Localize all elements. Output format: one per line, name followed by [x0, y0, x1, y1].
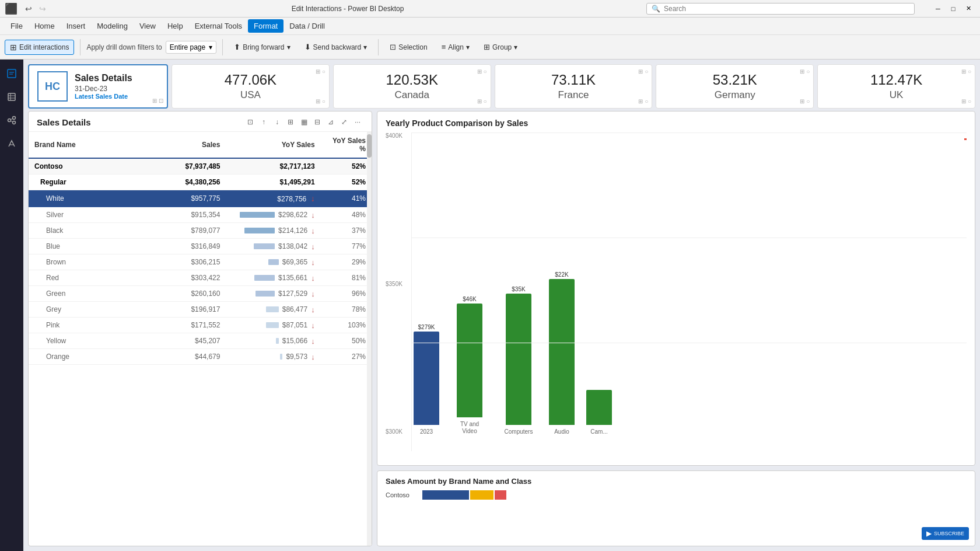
- undo-btn[interactable]: ↩: [22, 2, 35, 15]
- sidebar-icon-report[interactable]: [2, 64, 21, 83]
- arrow-blue: ↓: [311, 242, 315, 251]
- brand-bar-row: Contoso: [386, 490, 967, 500]
- subscribe-icon: ▶: [926, 529, 932, 538]
- search-box: 🔍: [646, 3, 915, 15]
- menu-data-drill[interactable]: Data / Drill: [284, 19, 331, 33]
- metric-main-icons: ⊞ ⊡: [152, 97, 163, 104]
- scrollbar[interactable]: [367, 132, 372, 546]
- sidebar-icon-data[interactable]: [2, 88, 21, 106]
- table-icon-1[interactable]: ⊡: [244, 116, 256, 128]
- table-row[interactable]: Black $789,077 $214,126 ↓ 37%: [29, 223, 372, 239]
- table-row[interactable]: Silver $915,354 $298,622 ↓ 48%: [29, 207, 372, 223]
- send-backward-icon: ⬇: [304, 43, 311, 51]
- y-axis: $400K $350K $300K: [386, 132, 411, 451]
- send-backward-btn[interactable]: ⬇ Send backward ▾: [299, 40, 373, 54]
- col-yoy: YoY Sales: [226, 132, 320, 158]
- arrow-brown: ↓: [311, 258, 315, 267]
- minimize-btn[interactable]: ─: [931, 3, 945, 15]
- table-row[interactable]: Red $303,422 $135,661 ↓ 81%: [29, 270, 372, 286]
- table-icon-6[interactable]: ⊟: [312, 116, 323, 128]
- send-backward-chevron: ▾: [363, 43, 367, 51]
- close-btn[interactable]: ✕: [961, 3, 975, 15]
- arrow-pink: ↓: [311, 321, 315, 330]
- table-toolbar-icons: ⊡ ↑ ↓ ⊞ ▦ ⊟ ⊿ ⤢ ···: [244, 116, 363, 128]
- bar-group-cam: Cam...: [584, 389, 614, 435]
- table-icon-5[interactable]: ▦: [298, 116, 310, 128]
- edit-interactions-btn[interactable]: ⊞ Edit interactions: [5, 40, 74, 55]
- drill-filter-label: Apply drill down filters to: [86, 43, 162, 51]
- group-icon: ⊞: [484, 43, 490, 51]
- menu-file[interactable]: File: [5, 19, 29, 33]
- table-icon-filter[interactable]: ⊿: [325, 116, 337, 128]
- table-row[interactable]: Orange $44,679 $9,573 ↓ 27%: [29, 349, 372, 365]
- search-input[interactable]: [664, 5, 909, 13]
- table-icon-3[interactable]: ↓: [271, 116, 283, 128]
- maximize-btn[interactable]: □: [946, 3, 960, 15]
- table-row[interactable]: Brown $306,215 $69,365 ↓ 29%: [29, 254, 372, 270]
- table-row[interactable]: Pink $171,552 $87,051 ↓ 103%: [29, 318, 372, 333]
- arrow-yellow: ↓: [311, 337, 315, 346]
- bring-forward-icon: ⬆: [234, 43, 240, 51]
- interactions-icon: ⊞: [10, 43, 17, 52]
- bring-forward-btn[interactable]: ⬆ Bring forward ▾: [229, 40, 295, 54]
- metric-card-france: 73.11K France ⊞○ ⊞○: [495, 64, 653, 109]
- table-row[interactable]: Contoso $7,937,485 $2,717,123 52%: [29, 158, 372, 175]
- table-row[interactable]: Grey $196,917 $86,477 ↓ 78%: [29, 302, 372, 318]
- table-icon-more[interactable]: ···: [352, 116, 363, 128]
- metric-logo: HC: [37, 71, 68, 102]
- table-icon-4[interactable]: ⊞: [285, 116, 296, 128]
- arrow-black: ↓: [311, 226, 315, 235]
- selection-btn[interactable]: ⊡ Selection: [384, 40, 432, 54]
- power-bi-icon: ⬛: [5, 2, 18, 15]
- menu-modeling[interactable]: Modeling: [91, 19, 134, 33]
- bar-group-computers: $35K Computers: [498, 286, 539, 435]
- menu-home[interactable]: Home: [29, 19, 61, 33]
- menu-external-tools[interactable]: External Tools: [189, 19, 248, 33]
- metric-card-germany: 53.21K Germany ⊞○ ⊞○: [656, 64, 814, 109]
- quick-access-toolbar: ⬛ ↩ ↪: [5, 2, 49, 15]
- arrow-grey: ↓: [311, 305, 315, 314]
- menu-view[interactable]: View: [134, 19, 162, 33]
- align-btn[interactable]: ≡ Align ▾: [436, 40, 475, 54]
- svg-point-7: [8, 119, 11, 122]
- menu-help[interactable]: Help: [162, 19, 189, 33]
- menu-insert[interactable]: Insert: [61, 19, 92, 33]
- sep1: [80, 39, 80, 55]
- sidebar-icon-model[interactable]: [2, 111, 21, 130]
- drill-filter-dropdown[interactable]: Entire page ▾: [166, 41, 216, 54]
- table-row[interactable]: Yellow $45,207 $15,066 ↓ 50%: [29, 333, 372, 349]
- search-icon: 🔍: [652, 5, 660, 13]
- metric-card-uk: 112.47K UK ⊞○ ⊞○: [817, 64, 975, 109]
- align-icon: ≡: [442, 43, 446, 51]
- col-brand: Brand Name: [29, 132, 156, 158]
- title-bar-text: Edit Interactions - Power BI Desktop: [49, 5, 646, 13]
- svg-point-9: [13, 121, 16, 124]
- chevron-down-icon: ▾: [209, 43, 212, 51]
- menu-format[interactable]: Format: [248, 19, 284, 33]
- arrow-green: ↓: [311, 290, 315, 298]
- col-sales[interactable]: Sales: [156, 132, 226, 158]
- scroll-thumb[interactable]: [367, 134, 372, 158]
- metric-card-canada: 120.53K Canada ⊞○ ⊞○: [333, 64, 491, 109]
- table-row[interactable]: Regular $4,380,256 $1,495,291 52%: [29, 175, 372, 190]
- group-btn[interactable]: ⊞ Group ▾: [478, 40, 523, 54]
- metric-main-info: Sales Details 31-Dec-23 Latest Sales Dat…: [75, 73, 132, 100]
- table-row[interactable]: White $957,775 $278,756 ↓ 41%: [29, 190, 372, 207]
- bar-group-tv: $46K TV andVideo: [449, 296, 490, 435]
- sep2: [222, 39, 223, 55]
- selection-icon: ⊡: [390, 43, 396, 51]
- sidebar-icon-dax[interactable]: [2, 134, 21, 153]
- svg-rect-0: [8, 69, 16, 78]
- red-line-indicator: [964, 138, 967, 140]
- metric-card-usa: 477.06K USA ⊞○ ⊞○: [172, 64, 330, 109]
- bottom-chart-title: Sales Amount by Brand Name and Class: [386, 477, 967, 486]
- table-row[interactable]: Blue $316,849 $138,042 ↓ 77%: [29, 239, 372, 254]
- arrow-red: ↓: [311, 274, 315, 283]
- subscribe-badge[interactable]: ▶ SUBSCRIBE: [922, 527, 969, 540]
- col-yoy-pct: YoY Sales %: [321, 132, 372, 158]
- table-row[interactable]: Green $260,160 $127,529 ↓ 96%: [29, 286, 372, 302]
- redo-btn[interactable]: ↪: [36, 2, 49, 15]
- table-icon-expand[interactable]: ⤢: [338, 116, 350, 128]
- chart-title: Yearly Product Comparison by Sales: [386, 118, 967, 128]
- table-icon-2[interactable]: ↑: [258, 116, 270, 128]
